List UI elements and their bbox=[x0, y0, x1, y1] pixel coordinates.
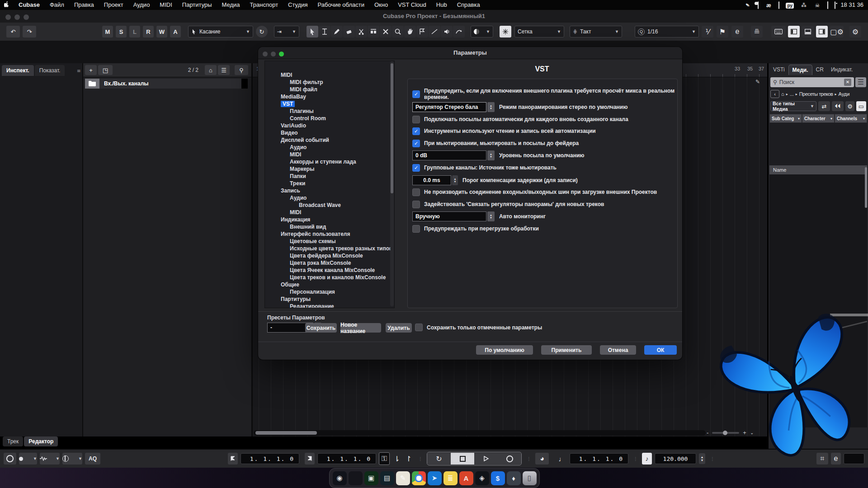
auto-quantize-button[interactable]: AQ bbox=[85, 453, 100, 465]
tempo-field[interactable]: 120.000 bbox=[655, 453, 696, 464]
global-w-button[interactable]: W bbox=[156, 26, 167, 38]
setting-checkbox[interactable] bbox=[412, 225, 420, 233]
menu-item-midi[interactable]: MIDI bbox=[155, 0, 177, 10]
right-tab-[interactable]: Индикат. bbox=[827, 65, 856, 75]
erase-tool[interactable] bbox=[343, 26, 355, 38]
go-to-right-locator-button[interactable] bbox=[305, 453, 315, 465]
tree-scrollbar[interactable] bbox=[390, 61, 394, 306]
dock-app-terminal[interactable]: ▣ bbox=[364, 471, 378, 485]
preset-delete-button[interactable]: Удалить bbox=[386, 323, 412, 333]
tree-scrollbar-thumb[interactable] bbox=[391, 63, 393, 193]
select-spinner[interactable]: ▲▼ bbox=[487, 211, 495, 221]
left-zone-toggle[interactable] bbox=[788, 26, 800, 38]
setting-select[interactable]: Регулятор Стерео бала bbox=[412, 102, 486, 112]
grid-type-select[interactable]: ⋕Такт▼ bbox=[570, 26, 622, 38]
auto-scroll-select[interactable]: ⇥▼ bbox=[274, 26, 299, 38]
setting-checkbox[interactable]: ✓ bbox=[412, 164, 420, 172]
column-header-character[interactable]: Character▾ bbox=[802, 114, 835, 123]
tree-item-variaudio[interactable]: VariAudio bbox=[265, 122, 395, 129]
quantize-edit-button[interactable]: e bbox=[731, 26, 743, 38]
tree-item-broadcast-wave[interactable]: Broadcast Wave bbox=[265, 202, 395, 209]
dialog-по-умолчанию-button[interactable]: По умолчанию bbox=[476, 345, 533, 355]
menu-item-медиа[interactable]: Медиа bbox=[217, 0, 245, 10]
column-header-channels[interactable]: Channels▾ bbox=[835, 114, 867, 123]
quantize-panel-icon[interactable]: ⚑ bbox=[717, 26, 728, 38]
punch-out-icon[interactable]: ↾ bbox=[404, 453, 413, 465]
on-screen-keyboard-button[interactable] bbox=[771, 26, 786, 38]
select-spinner[interactable]: ▲▼ bbox=[487, 150, 495, 160]
zoom-in-button[interactable]: + bbox=[743, 429, 746, 436]
menu-item-hub[interactable]: Hub bbox=[431, 0, 452, 10]
save-marked-only-row[interactable]: Сохранить только отмеченные параметры bbox=[415, 324, 542, 331]
record-mode-select[interactable]: ▼ bbox=[19, 453, 37, 465]
tree-item-видео[interactable]: Видео bbox=[265, 129, 395, 136]
global-s-button[interactable]: S bbox=[116, 26, 127, 38]
tempo-stepper[interactable]: ▲▼ bbox=[699, 453, 705, 464]
tree-item-аудио[interactable]: Аудио bbox=[265, 194, 395, 202]
results-name-header[interactable]: Name bbox=[769, 165, 867, 174]
menu-item-проект[interactable]: Проект bbox=[99, 0, 128, 10]
tree-item-цвета-ячеек-канала-mixconsole[interactable]: Цвета Ячеек канала MixConsole bbox=[265, 267, 395, 274]
tree-item-mediabay[interactable]: MediaBay bbox=[265, 93, 395, 100]
tree-item-внешний-вид[interactable]: Внешний вид bbox=[265, 223, 395, 230]
punch-lock-button[interactable]: ⚿ bbox=[379, 452, 390, 465]
dialog-zoom-button[interactable] bbox=[279, 52, 284, 56]
zoom-out-button[interactable]: - bbox=[707, 429, 708, 436]
tree-item-дисплей-событий[interactable]: Дисплей событий bbox=[265, 136, 395, 144]
dock-app-chrome[interactable] bbox=[412, 471, 426, 485]
inspector-menu-icon[interactable]: = bbox=[77, 67, 80, 74]
dock-app-browser[interactable]: ➤ bbox=[428, 471, 442, 485]
global-r-button[interactable]: R bbox=[143, 26, 154, 38]
snap-type-select[interactable]: Сетка▼ bbox=[514, 26, 564, 38]
tree-item-цвета-рэка-mixconsole[interactable]: Цвета рэка MixConsole bbox=[265, 259, 395, 267]
setting-checkbox[interactable]: ✓ bbox=[412, 140, 420, 147]
display-toggle-icon[interactable] bbox=[758, 2, 759, 9]
constrain-delay-button[interactable] bbox=[4, 453, 16, 465]
tree-item-треки[interactable]: Треки bbox=[265, 180, 395, 187]
range-tool[interactable] bbox=[319, 26, 330, 38]
timewarp-tool[interactable] bbox=[416, 26, 428, 38]
glue-tool[interactable] bbox=[368, 26, 379, 38]
time-format-icon[interactable]: ♩ bbox=[557, 453, 567, 465]
monitor-tool[interactable] bbox=[441, 26, 453, 38]
hand-tool[interactable] bbox=[404, 26, 416, 38]
media-type-filter[interactable]: Все типы Медиа▼ bbox=[770, 101, 816, 111]
column-header-sub-categ[interactable]: Sub Categ▾ bbox=[769, 114, 802, 123]
ae-icon[interactable]: æ bbox=[765, 2, 772, 9]
setting-select[interactable]: 0 dB bbox=[412, 150, 486, 160]
edit-transport-button[interactable]: e bbox=[831, 453, 841, 465]
dock-app-robot[interactable]: ◉ bbox=[333, 471, 347, 485]
keyboard-focus-icon[interactable]: ⌗ bbox=[816, 453, 828, 465]
io-channels-track[interactable]: Вх./Вых. каналы bbox=[85, 79, 248, 89]
add-track-button[interactable]: + bbox=[85, 65, 97, 75]
setup-window-layout-button[interactable]: ▢⚙ bbox=[830, 26, 844, 38]
automation-mode-select[interactable]: Касание▼ bbox=[188, 26, 253, 38]
cycle-button[interactable]: ↻ bbox=[427, 453, 451, 465]
tree-item-цветовые-схемы[interactable]: Цветовые схемы bbox=[265, 238, 395, 245]
preset-rename-button[interactable]: Новое название bbox=[340, 323, 381, 333]
dock-app-compass[interactable]: ◈ bbox=[475, 471, 489, 485]
bottom-tab-трек[interactable]: Трек bbox=[3, 436, 23, 446]
menu-item-аудио[interactable]: Аудио bbox=[128, 0, 155, 10]
color-tool-select[interactable]: ▼ bbox=[471, 26, 493, 38]
tab-[interactable]: Инспект. bbox=[2, 65, 34, 76]
tree-item-запись[interactable]: Запись bbox=[265, 187, 395, 194]
menu-item-vst-cloud[interactable]: VST Cloud bbox=[393, 0, 431, 10]
dialog-отмена-button[interactable]: Отмена bbox=[600, 345, 636, 355]
preset-save-button[interactable]: Сохранить bbox=[305, 323, 337, 333]
zoom-tool[interactable] bbox=[392, 26, 404, 38]
primary-time-field[interactable]: 1. 1. 1. 0 bbox=[570, 453, 628, 464]
menu-item-транспорт[interactable]: Транспорт bbox=[245, 0, 283, 10]
tree-item-midi[interactable]: MIDI bbox=[265, 151, 395, 158]
tree-item-аккорды-и-ступени-лада[interactable]: Аккорды и ступени лада bbox=[265, 158, 395, 165]
fixed-lengths-icon[interactable]: ≞ bbox=[751, 26, 763, 38]
menu-item-партитуры[interactable]: Партитуры bbox=[177, 0, 217, 10]
breadcrumb-audio[interactable]: Ауди bbox=[838, 91, 849, 97]
automation-panel-button[interactable]: ↻ bbox=[256, 26, 268, 38]
setting-select[interactable]: Вручную bbox=[412, 211, 486, 221]
midi-record-mode-select[interactable]: ▼ bbox=[62, 453, 82, 465]
toolbar-setup-gear-icon[interactable]: ⚙ bbox=[849, 26, 861, 38]
back-button[interactable]: ‹ bbox=[770, 90, 779, 98]
clear-search-icon[interactable]: ✕ bbox=[844, 79, 851, 86]
menu-item-справка[interactable]: Справка bbox=[452, 0, 485, 10]
